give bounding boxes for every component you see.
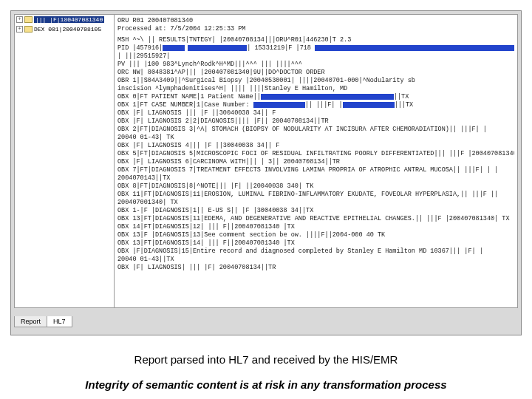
redaction-bar xyxy=(261,94,394,100)
hl7-line: 20040 01-43||TX xyxy=(117,256,514,264)
hl7-line: OBX |F| LIAGNOSIS| ||| |F| 20040708134||… xyxy=(117,264,514,272)
tree-item[interactable]: + ||| |F|180407081340 xyxy=(15,15,114,24)
hl7-line: OBX 1|FT CASE NUMBER|1|Case Number: || |… xyxy=(117,101,514,109)
tree-item-label: DEX 001|20040708105 xyxy=(34,26,101,33)
hl7-line: OBX 8|FT|DIAGNOSIS|8|^NOTE||| |F| ||2004… xyxy=(117,183,514,191)
hl7-line: OBX |F|DIAGNOSIS|15|Entire record and di… xyxy=(117,248,514,256)
folder-icon xyxy=(24,16,33,23)
hl7-line: OBX 2|FT|DIAGNOSIS 3|^A| STOMACH (BIOPSY… xyxy=(117,126,514,134)
hl7-line: OBX 14|FT|DIAGNOSIS|12| ||| F||200407081… xyxy=(117,223,514,231)
hl7-line: OBX 11|FT|DIAGNOSIS|11|EROSION, LUMINAL … xyxy=(117,191,514,199)
hl7-line: OBX 7|FT|DIAGNOSIS 7|TREATMENT EFFECTS I… xyxy=(117,166,514,174)
main-split: + ||| |F|180407081340 + DEX 001|20040708… xyxy=(14,14,518,308)
redaction-bar xyxy=(163,45,185,51)
hl7-line: OBX |F| LIAGNOSIS 6|CARCINOMA WITH||| | … xyxy=(117,158,514,166)
hl7-line: OBX 5|FT|DIAGNOSIS 5|MICROSCOPIC FOCI OF… xyxy=(117,150,514,158)
hl7-line: OBX |F| LIAGNOSIS 2|2|DIAGNOSIS|||| |F||… xyxy=(117,117,514,126)
redaction-bar xyxy=(188,45,247,51)
hl7-line: PID |457916|| 15331219|F |718 | | xyxy=(117,44,514,52)
tab-hl7[interactable]: HL7 xyxy=(47,316,72,327)
hl7-line: OBX |F| LIAGNOSIS 4||| |F ||30040038 34|… xyxy=(117,142,514,150)
folder-icon xyxy=(24,26,33,33)
hl7-line: PV ||| |100 983^Lynch^Rodk^H^MD|||^^^ ||… xyxy=(117,61,514,69)
hl7-line: OBX 1-|F |DIAGNOSIS|1|| E-US S|| |F |300… xyxy=(117,207,514,215)
tree-item-label: ||| |F|180407081340 xyxy=(34,16,104,23)
app-window: + ||| |F|180407081340 + DEX 001|20040708… xyxy=(10,10,522,335)
redaction-bar xyxy=(253,102,305,108)
hl7-line: OBX 13|FT|DIAGNOSIS|14| ||| F||200407081… xyxy=(117,239,514,248)
hl7-line: OBX |F| LIAGNOSIS ||| |F ||30040038 34||… xyxy=(117,109,514,117)
hl7-line: ORU R01 200407081340 xyxy=(117,17,514,25)
tree-panel[interactable]: + ||| |F|180407081340 + DEX 001|20040708… xyxy=(14,14,115,308)
hl7-line: ORC NW| 8048381^AP||| |200407081340|9U||… xyxy=(117,69,514,77)
hl7-line: OBX 0|FT PATIENT NAME|1 Patient Name||||… xyxy=(117,93,514,101)
hl7-line: Processed at: 7/5/2004 12:25:33 PM xyxy=(117,25,514,33)
expand-icon[interactable]: + xyxy=(16,26,23,33)
hl7-line: OBX 13|FT|DIAGNOSIS|11|EDEMA, AND DEGENE… xyxy=(117,215,514,223)
redaction-bar xyxy=(315,45,514,51)
expand-icon[interactable]: + xyxy=(16,16,23,23)
caption-primary: Report parsed into HL7 and received by t… xyxy=(0,353,532,366)
caption-secondary: Integrity of semantic content is at risk… xyxy=(0,378,532,391)
tab-bar: Report HL7 xyxy=(14,316,72,327)
hl7-line: 200407001340| TX xyxy=(117,199,514,207)
hl7-line: OBX 13|F |DIAGNOSIS|13|See comment secti… xyxy=(117,231,514,239)
hl7-line: MSH ^~\ || RESULTS|TNTEGY| |20040708134|… xyxy=(117,36,514,44)
tab-report[interactable]: Report xyxy=(14,316,47,327)
hl7-line: OBR 1||S04A3409||^Surgical Biopsy |20040… xyxy=(117,77,514,85)
tree-item[interactable]: + DEX 001|20040708105 xyxy=(15,24,114,34)
hl7-line: 20040 01-43| TK xyxy=(117,134,514,142)
redaction-bar xyxy=(343,102,395,108)
hl7-content[interactable]: ORU R01 200407081340 Processed at: 7/5/2… xyxy=(115,14,518,308)
hl7-line: | |||29515927| xyxy=(117,52,514,61)
hl7-line: inscision ^lymphadenitises^H| |||| ||||S… xyxy=(117,85,514,93)
hl7-line: 2004070143||TX xyxy=(117,174,514,183)
